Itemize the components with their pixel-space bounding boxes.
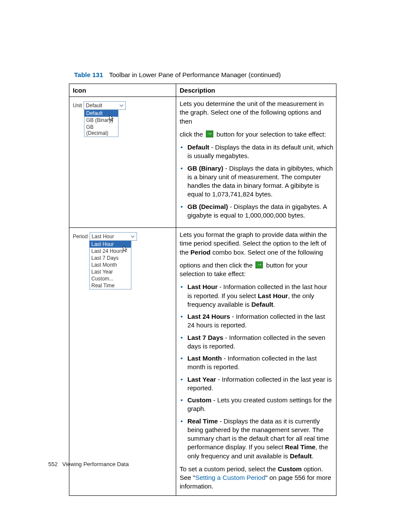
chevron-down-icon <box>118 103 125 109</box>
period-combo-value: Last Hour <box>92 233 114 240</box>
period-outro: To set a custom period, select the Custo… <box>180 465 333 491</box>
period-option-custom[interactable]: Custom... <box>90 275 131 282</box>
unit-bullets: Default - Displays the data in its defau… <box>180 143 333 220</box>
unit-option-gb-binary[interactable]: GB (Binary) <box>84 117 118 124</box>
table-caption: Table 131 Toolbar in Lower Pane of Perfo… <box>74 71 338 78</box>
period-option-last-24-hours[interactable]: Last 24 Hours <box>90 248 131 255</box>
go-arrow-icon <box>206 131 213 137</box>
period-option-last-7-days[interactable]: Last 7 Days <box>90 255 131 261</box>
unit-combo-box[interactable]: Default <box>84 101 126 110</box>
bullet-default: Default - Displays the data in its defau… <box>187 143 333 161</box>
unit-option-gb-decimal[interactable]: GB (Decimal) <box>84 124 118 137</box>
bullet-gb-binary: GB (Binary) - Displays the data in gibib… <box>187 164 333 199</box>
unit-combo-label: Unit <box>73 103 82 109</box>
period-combo-box[interactable]: Last Hour <box>90 232 137 241</box>
page-footer: 552 Viewing Performance Data <box>48 461 129 467</box>
bullet-custom: Custom - Lets you created custom setting… <box>187 396 333 414</box>
toolbar-description-table: Icon Description Unit Default <box>69 84 336 496</box>
period-option-last-year[interactable]: Last Year <box>90 268 131 275</box>
period-bullets: Last Hour - Information collected in the… <box>180 283 333 460</box>
unit-option-default[interactable]: Default <box>84 110 118 117</box>
unit-combo-listbox[interactable]: Default GB (Binary) GB (Decimal) <box>84 109 118 137</box>
unit-combo-screenshot: Unit Default Default GB (Bin <box>73 100 173 137</box>
unit-combo-value: Default <box>86 103 102 109</box>
page-number: 552 <box>48 461 58 467</box>
bullet-last-7-days: Last 7 Days - Information collected in t… <box>187 333 333 351</box>
period-combo-label: Period <box>73 233 88 240</box>
bullet-last-month: Last Month - Information collected in th… <box>187 354 333 372</box>
link-setting-custom-period[interactable]: Setting a Custom Period <box>195 474 265 481</box>
bullet-last-year: Last Year - Information collected in the… <box>187 375 333 393</box>
cell-icon-unit: Unit Default Default GB (Bin <box>69 97 176 228</box>
chapter-title: Viewing Performance Data <box>62 461 129 467</box>
period-intro-2: options and then click the button for yo… <box>180 261 333 279</box>
table-number: Table 131 <box>74 71 103 78</box>
period-combo-screenshot: Period Last Hour Last Hour L <box>73 230 173 289</box>
table-caption-text: Toolbar in Lower Pane of Performance Man… <box>109 71 281 78</box>
bullet-last-hour: Last Hour - Information collected in the… <box>187 283 333 309</box>
chevron-down-icon <box>130 233 136 240</box>
unit-intro-1: Lets you determine the unit of the measu… <box>180 100 333 126</box>
period-intro-1: Lets you format the graph to provide dat… <box>180 230 333 257</box>
period-option-real-time[interactable]: Real Time <box>90 282 131 289</box>
period-option-last-hour[interactable]: Last Hour <box>90 241 131 248</box>
bullet-real-time: Real Time - Displays the data as it is c… <box>187 417 333 460</box>
go-arrow-icon <box>255 261 263 268</box>
cell-desc-unit: Lets you determine the unit of the measu… <box>176 97 336 228</box>
bullet-last-24-hours: Last 24 Hours - Information collected in… <box>187 312 333 330</box>
th-description: Description <box>176 84 336 97</box>
cell-desc-period: Lets you format the graph to provide dat… <box>176 228 336 496</box>
bullet-gb-decimal: GB (Decimal) - Displays the data in giga… <box>187 202 333 220</box>
period-combo-listbox[interactable]: Last Hour Last 24 Hours Last 7 Days Last… <box>89 240 131 289</box>
period-option-last-month[interactable]: Last Month <box>90 261 131 268</box>
unit-intro-2: click the button for your selection to t… <box>180 130 333 139</box>
th-icon: Icon <box>69 84 176 97</box>
cell-icon-period: Period Last Hour Last Hour L <box>69 228 176 496</box>
